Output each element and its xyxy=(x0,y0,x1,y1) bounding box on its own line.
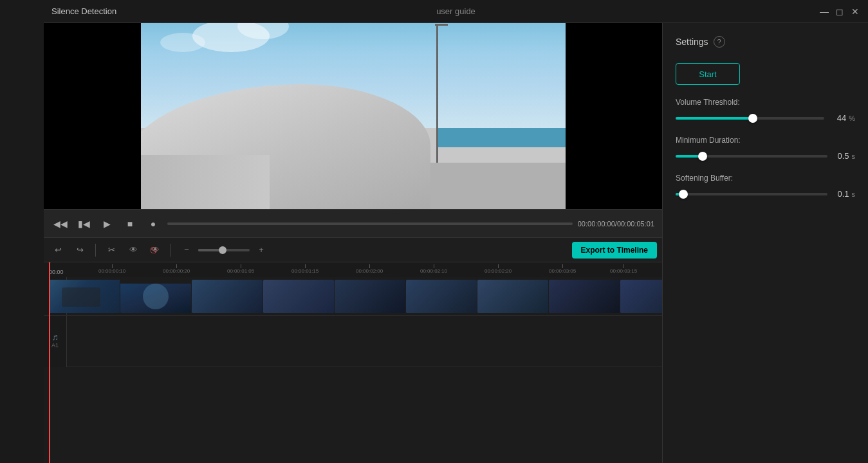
clip-thumb-1 xyxy=(49,280,120,313)
volume-threshold-fill xyxy=(676,117,753,120)
minimum-duration-slider[interactable] xyxy=(676,155,827,158)
video-area: ◀◀ ▮◀ ▶ ■ ● 00:00:00:00/00:00:05:01 ↩ ↪ … xyxy=(44,23,662,463)
clip-thumb-8 xyxy=(549,280,620,313)
minimum-duration-slider-row: 0.5 s xyxy=(676,151,855,161)
show-button[interactable]: 👁 xyxy=(124,241,142,259)
softening-buffer-group: Softening Buffer: 0.1 s xyxy=(676,174,855,199)
volume-threshold-group: Volume Threshold: 44 % xyxy=(676,98,855,123)
dialog-titlebar: Silence Detection user guide — ◻ ✕ xyxy=(44,0,868,23)
timeline-ruler: 00:00 00:00:00:10 00:00:00:20 00:00:01:0… xyxy=(44,262,662,277)
timeline-toolbar: ↩ ↪ ✂ 👁 👁⃠ − + xyxy=(44,237,662,262)
clip-thumb-4 xyxy=(263,280,334,313)
minimum-duration-thumb[interactable] xyxy=(698,152,707,161)
softening-buffer-value-box: 0.1 s xyxy=(834,189,856,199)
minimum-duration-unit: s xyxy=(852,152,856,160)
zoom-out-button[interactable]: − xyxy=(178,241,196,259)
ruler-mark-1: 00:00:00:10 xyxy=(98,264,125,274)
audio-track-number: A1 xyxy=(51,342,59,349)
titlebar-controls: — ◻ ✕ xyxy=(819,6,860,17)
clip-thumb-5 xyxy=(335,280,405,313)
video-frame xyxy=(141,23,566,209)
volume-threshold-unit: % xyxy=(849,114,855,122)
ruler-mark-9: 00:00:03:15 xyxy=(610,264,637,274)
softening-buffer-unit: s xyxy=(852,190,856,198)
video-track-row: 🎞 V1 xyxy=(44,277,662,316)
volume-threshold-label: Volume Threshold: xyxy=(676,98,855,107)
volume-threshold-value: 44 xyxy=(831,113,846,123)
zoom-control: − + xyxy=(178,241,270,259)
zoom-slider[interactable] xyxy=(198,249,250,251)
ruler-mark-6: 00:00:02:10 xyxy=(420,264,447,274)
dialog-body: ◀◀ ▮◀ ▶ ■ ● 00:00:00:00/00:00:05:01 ↩ ↪ … xyxy=(44,23,868,463)
redo-button[interactable]: ↪ xyxy=(71,241,89,259)
app-title: user guide xyxy=(436,6,476,16)
settings-panel: Settings ? Start Volume Threshold: 44 % xyxy=(662,23,868,463)
clip-thumb-6 xyxy=(406,280,477,313)
settings-header: Settings ? xyxy=(676,36,855,48)
ruler-mark-7: 00:00:02:20 xyxy=(485,264,512,274)
softening-buffer-slider-row: 0.1 s xyxy=(676,189,855,199)
separator-1 xyxy=(95,244,96,257)
settings-title: Settings xyxy=(676,37,708,47)
audio-track-label: 🎵 A1 xyxy=(44,316,67,367)
step-back-button[interactable]: ▮◀ xyxy=(75,215,93,233)
help-icon[interactable]: ? xyxy=(714,36,725,48)
track-playhead xyxy=(49,277,50,463)
progress-bar[interactable] xyxy=(167,222,573,225)
playhead[interactable] xyxy=(49,262,50,277)
ruler-mark-3: 00:00:01:05 xyxy=(227,264,254,274)
minimum-duration-group: Minimum Duration: 0.5 s xyxy=(676,136,855,161)
ruler-mark-8: 00:00:03:05 xyxy=(549,264,576,274)
undo-button[interactable]: ↩ xyxy=(49,241,67,259)
clip-thumb-9 xyxy=(620,280,662,313)
hide-button[interactable]: 👁⃠ xyxy=(146,241,164,259)
volume-threshold-value-box: 44 % xyxy=(831,113,855,123)
stop-button[interactable]: ■ xyxy=(121,215,139,233)
time-display: 00:00:00:00/00:00:05:01 xyxy=(578,220,654,228)
softening-buffer-slider[interactable] xyxy=(676,193,827,195)
softening-buffer-thumb[interactable] xyxy=(679,190,688,199)
minimize-button[interactable]: — xyxy=(819,6,829,17)
ruler-mark-2: 00:00:00:20 xyxy=(163,264,190,274)
clip-thumb-7 xyxy=(477,280,548,313)
cut-button[interactable]: ✂ xyxy=(102,241,120,259)
video-clip-container[interactable] xyxy=(49,280,662,313)
minimum-duration-value: 0.5 xyxy=(834,151,849,161)
start-button[interactable]: Start xyxy=(676,63,740,85)
maximize-button[interactable]: ◻ xyxy=(835,6,845,17)
play-button[interactable]: ▶ xyxy=(98,215,116,233)
audio-track-icon: 🎵 xyxy=(52,335,59,341)
video-preview xyxy=(44,23,662,209)
timeline-tracks: 🎞 V1 xyxy=(44,277,662,463)
minimum-duration-label: Minimum Duration: xyxy=(676,136,855,145)
silence-detection-dialog: Silence Detection user guide — ◻ ✕ xyxy=(44,0,868,463)
ruler-mark-4: 00:00:01:15 xyxy=(291,264,319,274)
softening-buffer-label: Softening Buffer: xyxy=(676,174,855,183)
clip-thumb-2 xyxy=(120,280,191,313)
fullscreen-button[interactable]: ● xyxy=(144,215,162,233)
rewind-button[interactable]: ◀◀ xyxy=(51,215,69,233)
clip-thumb-3 xyxy=(192,280,263,313)
softening-buffer-value: 0.1 xyxy=(834,189,849,199)
ruler-mark-5: 00:00:02:00 xyxy=(356,264,383,274)
volume-threshold-thumb[interactable] xyxy=(748,114,757,123)
ruler-mark-0: 00:00 xyxy=(49,269,64,275)
volume-threshold-slider-row: 44 % xyxy=(676,113,855,123)
close-button[interactable]: ✕ xyxy=(850,6,860,17)
zoom-in-button[interactable]: + xyxy=(252,241,270,259)
audio-track-row: 🎵 A1 xyxy=(44,316,662,367)
export-to-timeline-button[interactable]: Export to Timeline xyxy=(572,242,657,259)
minimum-duration-value-box: 0.5 s xyxy=(834,151,856,161)
volume-threshold-slider[interactable] xyxy=(676,117,824,120)
dialog-title: Silence Detection xyxy=(51,6,116,16)
separator-2 xyxy=(171,244,171,257)
video-controls: ◀◀ ▮◀ ▶ ■ ● 00:00:00:00/00:00:05:01 xyxy=(44,209,662,237)
